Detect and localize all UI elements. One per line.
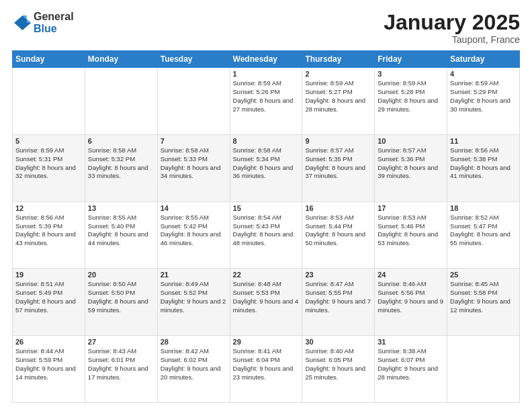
day-number: 2 xyxy=(305,70,371,78)
day-info: Sunrise: 8:58 AM Sunset: 5:33 PM Dayligh… xyxy=(161,146,227,181)
day-number: 3 xyxy=(378,70,444,78)
day-number: 9 xyxy=(305,137,371,145)
day-info: Sunrise: 8:55 AM Sunset: 5:42 PM Dayligh… xyxy=(161,214,227,248)
day-info: Sunrise: 8:51 AM Sunset: 5:49 PM Dayligh… xyxy=(15,280,82,314)
day-number: 13 xyxy=(88,204,154,212)
calendar-header-saturday: Saturday xyxy=(447,51,520,68)
day-number: 18 xyxy=(450,204,517,212)
day-info: Sunrise: 8:47 AM Sunset: 5:55 PM Dayligh… xyxy=(305,280,371,314)
day-info: Sunrise: 8:53 AM Sunset: 5:44 PM Dayligh… xyxy=(305,214,371,248)
day-info: Sunrise: 8:55 AM Sunset: 5:40 PM Dayligh… xyxy=(88,214,154,248)
calendar-header-row: SundayMondayTuesdayWednesdayThursdayFrid… xyxy=(13,51,520,68)
calendar-header-thursday: Thursday xyxy=(302,51,375,68)
day-number: 14 xyxy=(161,204,227,212)
calendar-cell: 10Sunrise: 8:57 AM Sunset: 5:36 PM Dayli… xyxy=(375,134,447,201)
day-info: Sunrise: 8:58 AM Sunset: 5:32 PM Dayligh… xyxy=(88,146,154,181)
calendar-header-sunday: Sunday xyxy=(13,51,85,68)
page: General Blue January 2025 Taupont, Franc… xyxy=(0,0,532,411)
day-number: 16 xyxy=(305,204,371,212)
day-number: 28 xyxy=(161,338,227,346)
location: Taupont, France xyxy=(384,34,520,45)
day-info: Sunrise: 8:41 AM Sunset: 6:04 PM Dayligh… xyxy=(233,347,300,381)
calendar-week-row: 19Sunrise: 8:51 AM Sunset: 5:49 PM Dayli… xyxy=(13,269,520,336)
calendar-cell: 9Sunrise: 8:57 AM Sunset: 5:35 PM Daylig… xyxy=(302,134,375,201)
day-number: 25 xyxy=(450,271,517,279)
calendar-cell: 18Sunrise: 8:52 AM Sunset: 5:47 PM Dayli… xyxy=(447,201,520,269)
day-info: Sunrise: 8:59 AM Sunset: 5:28 PM Dayligh… xyxy=(378,79,444,113)
calendar-cell: 5Sunrise: 8:59 AM Sunset: 5:31 PM Daylig… xyxy=(13,134,85,201)
day-info: Sunrise: 8:56 AM Sunset: 5:38 PM Dayligh… xyxy=(450,146,517,181)
month-title: January 2025 xyxy=(384,11,520,34)
day-info: Sunrise: 8:46 AM Sunset: 5:56 PM Dayligh… xyxy=(378,280,444,314)
day-info: Sunrise: 8:58 AM Sunset: 5:34 PM Dayligh… xyxy=(233,146,300,181)
calendar-cell: 4Sunrise: 8:59 AM Sunset: 5:29 PM Daylig… xyxy=(447,68,520,135)
day-number: 20 xyxy=(88,271,154,279)
day-info: Sunrise: 8:59 AM Sunset: 5:29 PM Dayligh… xyxy=(450,79,517,113)
header: General Blue January 2025 Taupont, Franc… xyxy=(12,11,520,45)
calendar-cell: 31Sunrise: 8:38 AM Sunset: 6:07 PM Dayli… xyxy=(375,336,447,403)
calendar-cell: 12Sunrise: 8:56 AM Sunset: 5:39 PM Dayli… xyxy=(13,201,85,269)
day-info: Sunrise: 8:45 AM Sunset: 5:58 PM Dayligh… xyxy=(450,280,517,314)
day-info: Sunrise: 8:53 AM Sunset: 5:46 PM Dayligh… xyxy=(378,214,444,248)
calendar-table: SundayMondayTuesdayWednesdayThursdayFrid… xyxy=(12,50,520,403)
day-number: 26 xyxy=(15,338,82,346)
calendar-cell: 16Sunrise: 8:53 AM Sunset: 5:44 PM Dayli… xyxy=(302,201,375,269)
day-number: 5 xyxy=(15,137,82,145)
day-info: Sunrise: 8:44 AM Sunset: 5:59 PM Dayligh… xyxy=(15,347,82,381)
calendar-header-wednesday: Wednesday xyxy=(230,51,302,68)
day-number: 6 xyxy=(88,137,154,145)
calendar-cell: 8Sunrise: 8:58 AM Sunset: 5:34 PM Daylig… xyxy=(230,134,302,201)
day-info: Sunrise: 8:56 AM Sunset: 5:39 PM Dayligh… xyxy=(15,214,82,248)
calendar-cell xyxy=(157,68,230,135)
day-number: 8 xyxy=(233,137,300,145)
day-info: Sunrise: 8:54 AM Sunset: 5:43 PM Dayligh… xyxy=(233,214,300,248)
logo: General Blue xyxy=(12,11,74,34)
day-number: 24 xyxy=(378,271,444,279)
calendar-cell: 6Sunrise: 8:58 AM Sunset: 5:32 PM Daylig… xyxy=(85,134,157,201)
day-info: Sunrise: 8:48 AM Sunset: 5:53 PM Dayligh… xyxy=(233,280,300,314)
day-number: 31 xyxy=(378,338,444,346)
day-number: 15 xyxy=(233,204,300,212)
day-number: 23 xyxy=(305,271,371,279)
calendar-cell xyxy=(13,68,85,135)
calendar-cell: 2Sunrise: 8:59 AM Sunset: 5:27 PM Daylig… xyxy=(302,68,375,135)
calendar-cell: 21Sunrise: 8:49 AM Sunset: 5:52 PM Dayli… xyxy=(157,269,230,336)
calendar-cell: 27Sunrise: 8:43 AM Sunset: 6:01 PM Dayli… xyxy=(85,336,157,403)
day-number: 29 xyxy=(233,338,300,346)
title-block: January 2025 Taupont, France xyxy=(384,11,520,45)
calendar-cell xyxy=(447,336,520,403)
calendar-cell: 19Sunrise: 8:51 AM Sunset: 5:49 PM Dayli… xyxy=(13,269,85,336)
day-info: Sunrise: 8:57 AM Sunset: 5:35 PM Dayligh… xyxy=(305,146,371,181)
calendar-week-row: 12Sunrise: 8:56 AM Sunset: 5:39 PM Dayli… xyxy=(13,201,520,269)
calendar-header-monday: Monday xyxy=(85,51,157,68)
calendar-cell: 29Sunrise: 8:41 AM Sunset: 6:04 PM Dayli… xyxy=(230,336,302,403)
calendar-cell: 13Sunrise: 8:55 AM Sunset: 5:40 PM Dayli… xyxy=(85,201,157,269)
day-number: 19 xyxy=(15,271,82,279)
day-info: Sunrise: 8:59 AM Sunset: 5:27 PM Dayligh… xyxy=(305,79,371,113)
day-info: Sunrise: 8:49 AM Sunset: 5:52 PM Dayligh… xyxy=(161,280,227,314)
day-number: 12 xyxy=(15,204,82,212)
calendar-cell: 23Sunrise: 8:47 AM Sunset: 5:55 PM Dayli… xyxy=(302,269,375,336)
day-number: 22 xyxy=(233,271,300,279)
calendar-cell xyxy=(85,68,157,135)
day-number: 17 xyxy=(378,204,444,212)
calendar-header-tuesday: Tuesday xyxy=(157,51,230,68)
calendar-cell: 25Sunrise: 8:45 AM Sunset: 5:58 PM Dayli… xyxy=(447,269,520,336)
logo-text: General Blue xyxy=(34,11,74,34)
calendar-cell: 17Sunrise: 8:53 AM Sunset: 5:46 PM Dayli… xyxy=(375,201,447,269)
calendar-cell: 22Sunrise: 8:48 AM Sunset: 5:53 PM Dayli… xyxy=(230,269,302,336)
day-info: Sunrise: 8:38 AM Sunset: 6:07 PM Dayligh… xyxy=(378,347,444,381)
logo-blue-text: Blue xyxy=(34,23,74,35)
logo-icon xyxy=(12,13,31,32)
calendar-cell: 14Sunrise: 8:55 AM Sunset: 5:42 PM Dayli… xyxy=(157,201,230,269)
day-info: Sunrise: 8:50 AM Sunset: 5:50 PM Dayligh… xyxy=(88,280,154,314)
day-number: 30 xyxy=(305,338,371,346)
day-number: 4 xyxy=(450,70,517,78)
day-number: 11 xyxy=(450,137,517,145)
day-info: Sunrise: 8:57 AM Sunset: 5:36 PM Dayligh… xyxy=(378,146,444,181)
day-info: Sunrise: 8:40 AM Sunset: 6:05 PM Dayligh… xyxy=(305,347,371,381)
day-info: Sunrise: 8:59 AM Sunset: 5:26 PM Dayligh… xyxy=(233,79,300,113)
calendar-cell: 28Sunrise: 8:42 AM Sunset: 6:02 PM Dayli… xyxy=(157,336,230,403)
day-number: 1 xyxy=(233,70,300,78)
calendar-cell: 7Sunrise: 8:58 AM Sunset: 5:33 PM Daylig… xyxy=(157,134,230,201)
